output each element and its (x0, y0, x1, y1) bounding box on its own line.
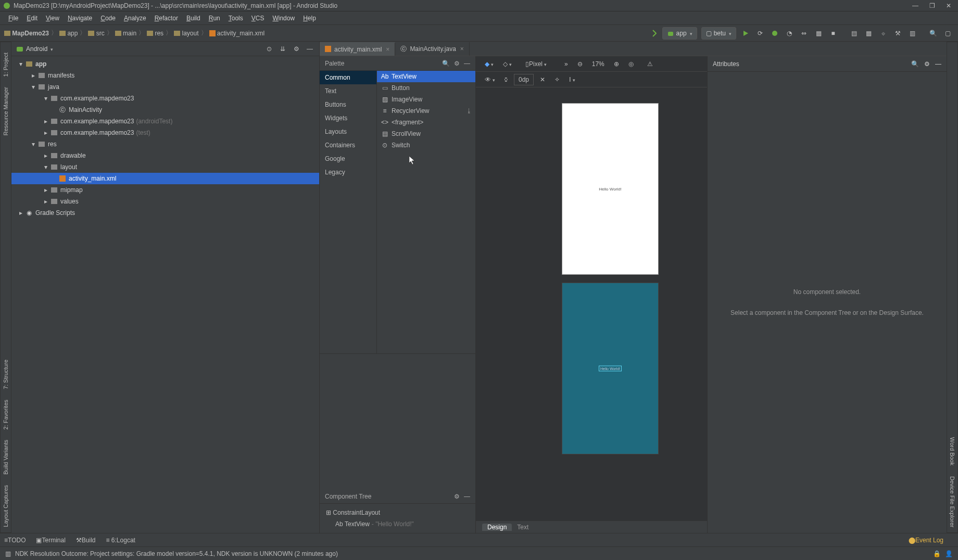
menu-file[interactable]: File (4, 15, 22, 22)
bc-root[interactable]: MapDemo23 (3, 30, 50, 37)
hide-icon[interactable]: — (305, 44, 315, 54)
avd-manager-icon[interactable]: ▤ (848, 27, 860, 40)
magnet-icon[interactable]: ⧲ (501, 74, 511, 85)
project-view-dropdown[interactable] (51, 45, 53, 53)
tab-activity-main[interactable]: activity_main.xml× (320, 42, 395, 56)
menu-navigate[interactable]: Navigate (64, 15, 96, 22)
menu-build[interactable]: Build (182, 15, 205, 22)
tab-main-activity[interactable]: ⓒMainActivity.java× (395, 42, 470, 56)
tree-manifests[interactable]: ▸manifests (11, 70, 319, 81)
hide-icon[interactable]: — (464, 493, 470, 500)
user-icon[interactable]: ▢ (941, 27, 954, 40)
gear-icon[interactable]: ⚙ (924, 60, 930, 68)
event-log[interactable]: ⬤ Event Log (909, 537, 943, 544)
debug-button[interactable] (768, 27, 781, 40)
menu-window[interactable]: Window (268, 15, 299, 22)
resource-manager-icon[interactable]: ▥ (906, 27, 918, 40)
tree-drawable[interactable]: ▸drawable (11, 150, 319, 161)
menu-analyze[interactable]: Analyze (120, 15, 150, 22)
palitem-textview[interactable]: AbTextView (377, 71, 475, 82)
hide-icon[interactable]: — (935, 60, 941, 68)
scroll-from-source-icon[interactable]: ⊙ (264, 44, 274, 54)
tab-design[interactable]: Design (482, 524, 512, 531)
design-surface-dropdown[interactable]: ◆ (482, 58, 497, 70)
palcat-google[interactable]: Google (320, 152, 376, 166)
palcat-containers[interactable]: Containers (320, 138, 376, 152)
guidelines-icon[interactable]: Ⅰ (566, 74, 578, 85)
tree-java[interactable]: ▾java (11, 81, 319, 93)
palcat-buttons[interactable]: Buttons (320, 98, 376, 111)
profiler-icon[interactable]: ◔ (783, 27, 796, 40)
zoom-out-icon[interactable]: ⊖ (574, 58, 586, 70)
gear-icon[interactable]: ⚙ (454, 493, 460, 500)
view-options-icon[interactable]: 👁 (482, 74, 498, 85)
project-structure-icon[interactable]: ⚒ (891, 27, 904, 40)
download-icon[interactable]: ⭳ (466, 107, 472, 114)
palitem-scrollview[interactable]: ▤ScrollView (377, 128, 475, 139)
menu-help[interactable]: Help (299, 15, 320, 22)
tab-text[interactable]: Text (512, 524, 534, 531)
stop-button[interactable]: ■ (827, 27, 839, 40)
run-button[interactable] (739, 27, 752, 40)
palcat-common[interactable]: Common (320, 71, 376, 84)
side-project[interactable]: 1: Project (3, 53, 9, 77)
close-icon[interactable]: × (460, 45, 464, 53)
make-project-icon[interactable] (647, 27, 659, 40)
tree-package-test[interactable]: ▸com.example.mapdemo23(test) (11, 127, 319, 138)
menu-code[interactable]: Code (96, 15, 120, 22)
tree-layout[interactable]: ▾layout (11, 161, 319, 173)
design-preview[interactable]: Hello World! (562, 103, 659, 275)
search-everywhere-icon[interactable]: 🔍 (927, 27, 939, 40)
palcat-layouts[interactable]: Layouts (320, 125, 376, 138)
side-layout-captures[interactable]: Layout Captures (3, 485, 9, 527)
lock-icon[interactable]: 🔒 (933, 550, 941, 557)
people-icon[interactable]: 👤 (945, 550, 953, 557)
tree-gradle-scripts[interactable]: ▸◉Gradle Scripts (11, 207, 319, 219)
side-structure[interactable]: 7: Structure (3, 360, 9, 389)
preview-textview[interactable]: Hello World! (599, 187, 621, 192)
close-icon[interactable]: × (386, 46, 389, 53)
apply-changes-icon[interactable]: ⟳ (754, 27, 766, 40)
bc-file[interactable]: activity_main.xml (208, 30, 266, 37)
menu-view[interactable]: View (42, 15, 64, 22)
ct-textview[interactable]: Ab TextView- "Hello World!" (324, 518, 471, 530)
palitem-switch[interactable]: ⊙Switch (377, 139, 475, 151)
menu-run[interactable]: Run (205, 15, 224, 22)
tree-package-androidtest[interactable]: ▸com.example.mapdemo23(androidTest) (11, 116, 319, 127)
gear-icon[interactable]: ⚙ (291, 44, 301, 54)
minimize-button[interactable]: — (909, 1, 922, 10)
side-device-file-explorer[interactable]: Device File Explorer (949, 476, 955, 527)
palitem-imageview[interactable]: ▨ImageView (377, 94, 475, 105)
maximize-button[interactable]: ❐ (926, 1, 938, 10)
side-wordbook[interactable]: Word Book (949, 437, 955, 465)
gear-icon[interactable]: ⚙ (454, 60, 460, 67)
palcat-widgets[interactable]: Widgets (320, 111, 376, 125)
sdk-manager-icon[interactable]: ▦ (862, 27, 875, 40)
warnings-icon[interactable]: ⚠ (644, 58, 656, 70)
component-tree[interactable]: ⊞ ConstraintLayout Ab TextView- "Hello W… (320, 504, 475, 533)
tree-mipmap[interactable]: ▸mipmap (11, 184, 319, 196)
tree-mainactivity[interactable]: ⓒMainActivity (11, 104, 319, 116)
zoom-in-icon[interactable]: ⊕ (611, 58, 622, 70)
default-margin[interactable]: 0dp (514, 74, 534, 85)
device-dropdown[interactable]: ▯ Pixel (522, 58, 550, 70)
orientation-dropdown[interactable]: ◇ (500, 58, 515, 70)
bc-res[interactable]: res (146, 30, 165, 37)
palitem-fragment[interactable]: <><fragment> (377, 117, 475, 128)
tool-terminal[interactable]: ▣ Terminal (36, 537, 65, 544)
clear-constraints-icon[interactable]: ✕ (537, 74, 548, 85)
menu-tools[interactable]: Tools (224, 15, 247, 22)
tree-res[interactable]: ▾res (11, 138, 319, 150)
tool-logcat[interactable]: ≡ 6: Logcat (106, 537, 135, 544)
design-surface[interactable]: Hello World! Hello World! (476, 87, 707, 517)
palcat-legacy[interactable]: Legacy (320, 166, 376, 179)
side-build-variants[interactable]: Build Variants (3, 440, 9, 475)
side-favorites[interactable]: 2: Favorites (3, 400, 9, 429)
side-resource-manager[interactable]: Resource Manager (3, 87, 9, 136)
run-config-device[interactable]: ▢ betu (701, 27, 736, 40)
zoom-fit-icon[interactable]: ◎ (625, 58, 637, 70)
run-config-module[interactable]: app (662, 27, 697, 40)
search-icon[interactable]: 🔍 (442, 60, 450, 67)
palcat-text[interactable]: Text (320, 84, 376, 98)
menu-vcs[interactable]: VCS (247, 15, 269, 22)
